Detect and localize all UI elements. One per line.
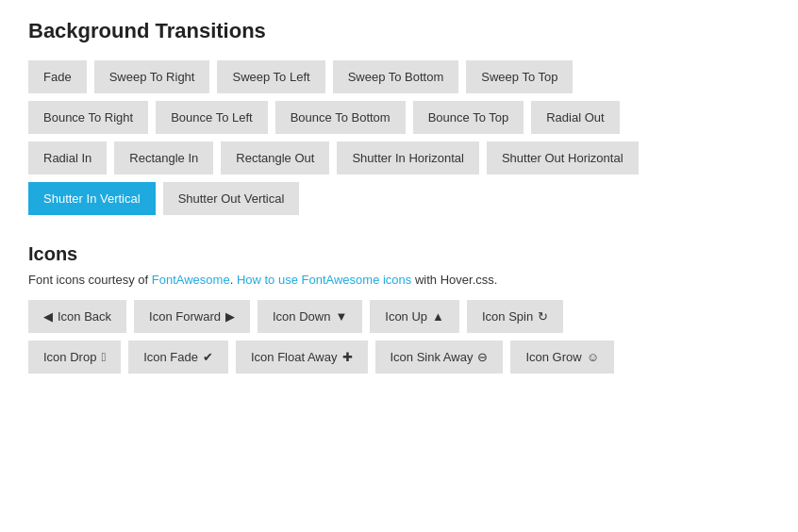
icon-float-away-label: Icon Float Away <box>251 350 338 364</box>
icon-btn-icon-back[interactable]: ◀Icon Back <box>28 300 126 333</box>
icon-sink-away-label: Icon Sink Away <box>391 350 474 364</box>
icon-btn-icon-forward[interactable]: Icon Forward▶ <box>134 300 250 333</box>
icon-down-icon: ▼ <box>335 309 347 324</box>
bg-btn-radial-out[interactable]: Radial Out <box>531 101 619 134</box>
bg-row-1: Bounce To RightBounce To LeftBounce To B… <box>28 101 770 134</box>
icon-forward-label: Icon Forward <box>149 309 221 324</box>
bg-btn-sweep-to-right[interactable]: Sweep To Right <box>94 60 210 93</box>
bg-row-2: Radial InRectangle InRectangle OutShutte… <box>28 141 770 175</box>
icon-row-0: ◀Icon BackIcon Forward▶Icon Down▼Icon Up… <box>28 300 770 333</box>
icon-btn-icon-grow[interactable]: Icon Grow☺ <box>510 341 614 374</box>
howto-link[interactable]: How to use FontAwesome icons <box>237 273 411 287</box>
icon-btn-icon-fade[interactable]: Icon Fade✔ <box>128 341 228 374</box>
background-transitions-section: Background Transitions FadeSweep To Righ… <box>28 19 770 215</box>
bg-btn-bounce-to-top[interactable]: Bounce To Top <box>413 101 524 134</box>
icon-forward-icon: ▶ <box>225 309 235 324</box>
icon-back-icon: ◀ <box>43 309 53 324</box>
bg-row-3: Shutter In VerticalShutter Out Vertical <box>28 182 770 215</box>
icon-grow-icon: ☺ <box>587 350 599 364</box>
icon-grow-label: Icon Grow <box>525 350 581 364</box>
bg-btn-bounce-to-left[interactable]: Bounce To Left <box>156 101 268 134</box>
background-transitions-title: Background Transitions <box>28 19 770 43</box>
icon-row-1: Icon DropIcon Fade✔Icon Float Away✚Icon… <box>28 341 770 374</box>
icon-up-label: Icon Up <box>385 309 427 324</box>
icon-down-label: Icon Down <box>273 309 330 324</box>
icon-float-away-icon: ✚ <box>342 350 353 364</box>
bg-btn-fade[interactable]: Fade <box>28 60 87 93</box>
bg-btn-sweep-to-top[interactable]: Sweep To Top <box>466 60 573 93</box>
icon-btn-icon-float-away[interactable]: Icon Float Away✚ <box>236 341 368 374</box>
icon-btn-icon-sink-away[interactable]: Icon Sink Away⊖ <box>375 341 504 374</box>
icon-btn-icon-down[interactable]: Icon Down▼ <box>258 300 362 333</box>
icon-drop-label: Icon Drop <box>43 350 96 364</box>
icon-spin-icon: ↻ <box>538 309 548 324</box>
bg-btn-rectangle-out[interactable]: Rectangle Out <box>221 141 329 175</box>
icons-description: Font icons courtesy of FontAwesome. How … <box>28 273 770 287</box>
fontawesome-link[interactable]: FontAwesome <box>152 273 230 287</box>
bg-btn-shutter-in-horizontal[interactable]: Shutter In Horizontal <box>337 141 479 175</box>
bg-btn-shutter-out-horizontal[interactable]: Shutter Out Horizontal <box>487 141 639 175</box>
icon-btn-icon-spin[interactable]: Icon Spin↻ <box>467 300 563 333</box>
bg-btn-sweep-to-bottom[interactable]: Sweep To Bottom <box>333 60 459 93</box>
bg-btn-bounce-to-right[interactable]: Bounce To Right <box>28 101 148 134</box>
icon-sink-away-icon: ⊖ <box>477 350 488 364</box>
bg-row-0: FadeSweep To RightSweep To LeftSweep To … <box>28 60 770 93</box>
icon-fade-label: Icon Fade <box>143 350 198 364</box>
icon-drop-icon:  <box>101 350 106 364</box>
icon-fade-icon: ✔ <box>203 350 213 364</box>
bg-btn-shutter-out-vertical[interactable]: Shutter Out Vertical <box>163 182 300 215</box>
bg-btn-bounce-to-bottom[interactable]: Bounce To Bottom <box>275 101 406 134</box>
bg-btn-radial-in[interactable]: Radial In <box>28 141 107 175</box>
icon-btn-icon-drop[interactable]: Icon Drop <box>28 341 121 374</box>
bg-btn-rectangle-in[interactable]: Rectangle In <box>114 141 213 175</box>
bg-btn-sweep-to-left[interactable]: Sweep To Left <box>217 60 324 93</box>
icon-btn-icon-up[interactable]: Icon Up▲ <box>370 300 459 333</box>
icon-back-label: Icon Back <box>58 309 111 324</box>
icon-up-icon: ▲ <box>432 309 444 324</box>
icons-title: Icons <box>28 243 770 265</box>
icons-section: Icons Font icons courtesy of FontAwesome… <box>28 243 770 374</box>
bg-btn-shutter-in-vertical[interactable]: Shutter In Vertical <box>28 182 156 215</box>
icon-spin-label: Icon Spin <box>482 309 533 324</box>
